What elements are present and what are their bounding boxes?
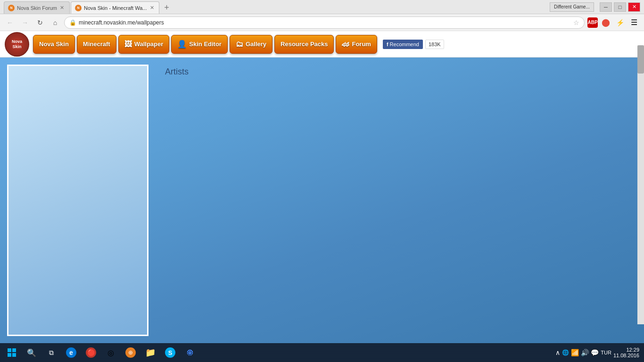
- svg-rect-1: [12, 348, 16, 352]
- svg-rect-3: [12, 353, 16, 357]
- windows-logo-icon: [8, 348, 16, 357]
- search-icon: 🔍: [26, 347, 37, 358]
- time-display: 12:29: [613, 347, 639, 353]
- volume-icon[interactable]: 🔊: [581, 349, 589, 356]
- lock-icon: 🔒: [69, 19, 76, 26]
- nova-skin-label: Nova Skin: [39, 41, 69, 48]
- gallery-icon: 🗂: [236, 40, 243, 49]
- fb-icon: f: [387, 41, 388, 47]
- address-bar-row: ← → ↻ ⌂ 🔒 minecraft.novaskin.me/wallpape…: [0, 14, 644, 31]
- skin-editor-icon: 👤: [177, 40, 187, 49]
- taskbar-task-view[interactable]: ⧉: [42, 343, 61, 362]
- bookmark-icon[interactable]: ☆: [573, 19, 579, 26]
- nav-resource-packs[interactable]: Resource Packs: [274, 35, 334, 54]
- scrollbar[interactable]: [637, 45, 644, 324]
- wallpaper-icon: 🖼: [124, 40, 132, 49]
- tab-1-favicon: N: [8, 5, 15, 11]
- resource-packs-label: Resource Packs: [281, 41, 328, 48]
- artists-section: Artists: [156, 58, 644, 343]
- artists-title: Artists: [165, 67, 635, 77]
- nav-minecraft[interactable]: Minecraft: [77, 35, 116, 54]
- taskbar-right: ∧ 🌐 📶 🔊 💬 TUR 12:29 11.08.2016: [555, 347, 642, 358]
- nav-bar: Nova Skin Nova Skin Minecraft 🖼 Wallpape…: [0, 31, 644, 58]
- nav-gallery[interactable]: 🗂 Gallery: [230, 35, 272, 54]
- tab-2-favicon: N: [75, 5, 82, 11]
- tabs-area: N Nova Skin Forum ✕ N Nova Skin - Minecr…: [4, 0, 550, 14]
- facebook-recommend: f Recommend 183K: [383, 40, 444, 49]
- taskbar-search[interactable]: 🔍: [22, 343, 41, 362]
- wallpaper-label: Wallpaper: [134, 41, 164, 48]
- minecraft-label: Minecraft: [83, 41, 110, 48]
- tab-1[interactable]: N Nova Skin Forum ✕: [4, 1, 70, 14]
- main-content: Artists: [0, 58, 644, 343]
- language-indicator: TUR: [601, 350, 611, 355]
- taskbar-skype[interactable]: S: [161, 343, 180, 362]
- notification-icon[interactable]: 💬: [591, 349, 599, 356]
- tab-2-close[interactable]: ✕: [149, 5, 155, 11]
- taskbar-app-3[interactable]: ⊕: [121, 343, 140, 362]
- toolbar-icons: ABP ⬤ ⚡ ☰: [587, 16, 640, 29]
- wallpaper-preview[interactable]: [7, 65, 149, 336]
- task-view-icon: ⧉: [46, 347, 57, 358]
- show-hidden-icon[interactable]: ∧: [555, 349, 560, 356]
- date-display: 11.08.2016: [613, 353, 639, 358]
- nav-nova-skin[interactable]: Nova Skin: [33, 35, 75, 54]
- back-button[interactable]: ←: [4, 16, 16, 29]
- edge-icon: e: [66, 347, 76, 358]
- network-icon[interactable]: 🌐: [562, 349, 569, 356]
- wifi-icon[interactable]: 📶: [571, 349, 579, 356]
- forward-button[interactable]: →: [19, 16, 31, 29]
- logo[interactable]: Nova Skin: [5, 32, 29, 57]
- extension-icon-2[interactable]: ⚡: [614, 16, 626, 29]
- taskbar-chrome[interactable]: ⊙: [181, 343, 199, 362]
- logo-line1: Nova: [12, 39, 22, 44]
- taskbar-app-2[interactable]: ◎: [101, 343, 120, 362]
- app-3-icon: ⊕: [125, 347, 136, 358]
- forum-label: Forum: [352, 41, 371, 48]
- app-2-icon: ◎: [106, 347, 116, 358]
- extension-icon-1[interactable]: ⬤: [600, 16, 612, 29]
- close-button[interactable]: ✕: [628, 2, 640, 12]
- fb-recommend-label: Recommend: [390, 41, 419, 47]
- taskbar-edge[interactable]: e: [62, 343, 81, 362]
- minimize-button[interactable]: ─: [600, 2, 612, 12]
- nav-forum[interactable]: 🏎 Forum: [336, 35, 377, 54]
- refresh-button[interactable]: ↻: [34, 16, 46, 29]
- skin-editor-label: Skin Editor: [189, 41, 222, 48]
- tab-2[interactable]: N Nova Skin - Minecraft Wa... ✕: [71, 1, 159, 14]
- adblock-icon[interactable]: ABP: [587, 17, 598, 28]
- tab-1-title: Nova Skin Forum: [17, 5, 57, 11]
- title-bar: N Nova Skin Forum ✕ N Nova Skin - Minecr…: [0, 0, 644, 14]
- system-icons: ∧ 🌐 📶 🔊 💬: [555, 349, 599, 356]
- taskbar-files[interactable]: 📁: [141, 343, 160, 362]
- forum-icon: 🏎: [342, 40, 349, 49]
- tab-1-close[interactable]: ✕: [59, 5, 66, 11]
- home-button[interactable]: ⌂: [49, 16, 61, 29]
- nav-wallpaper[interactable]: 🖼 Wallpaper: [118, 35, 170, 54]
- scrollbar-thumb[interactable]: [637, 45, 644, 74]
- files-icon: 📁: [145, 347, 156, 358]
- window-controls: ─ □ ✕: [600, 2, 640, 12]
- gallery-label: Gallery: [246, 41, 266, 48]
- address-bar[interactable]: 🔒 minecraft.novaskin.me/wallpapers ☆: [64, 16, 585, 29]
- taskbar-clock: 12:29 11.08.2016: [613, 347, 642, 358]
- chrome-icon: ⊙: [185, 347, 195, 358]
- maximize-button[interactable]: □: [614, 2, 626, 12]
- svg-rect-2: [8, 353, 11, 357]
- menu-button[interactable]: ☰: [628, 16, 640, 29]
- diff-game-button[interactable]: Different Game...: [550, 2, 594, 12]
- nav-skin-editor[interactable]: 👤 Skin Editor: [171, 35, 228, 54]
- website: Nova Skin Nova Skin Minecraft 🖼 Wallpape…: [0, 31, 644, 343]
- app-1-icon: 🔴: [86, 347, 96, 358]
- start-button[interactable]: [2, 343, 21, 362]
- new-tab-button[interactable]: +: [160, 1, 173, 14]
- taskbar-app-1[interactable]: 🔴: [82, 343, 100, 362]
- address-text: minecraft.novaskin.me/wallpapers: [79, 19, 573, 26]
- skype-icon: S: [165, 347, 175, 358]
- logo-line2: Skin: [12, 44, 22, 49]
- fb-count: 183K: [425, 40, 444, 49]
- svg-rect-0: [8, 348, 11, 352]
- fb-recommend-button[interactable]: f Recommend: [383, 40, 423, 49]
- taskbar: 🔍 ⧉ e 🔴 ◎ ⊕ 📁 S ⊙ ∧ 🌐 📶 🔊 💬 TUR 12:2: [0, 343, 644, 362]
- tab-2-title: Nova Skin - Minecraft Wa...: [84, 5, 147, 11]
